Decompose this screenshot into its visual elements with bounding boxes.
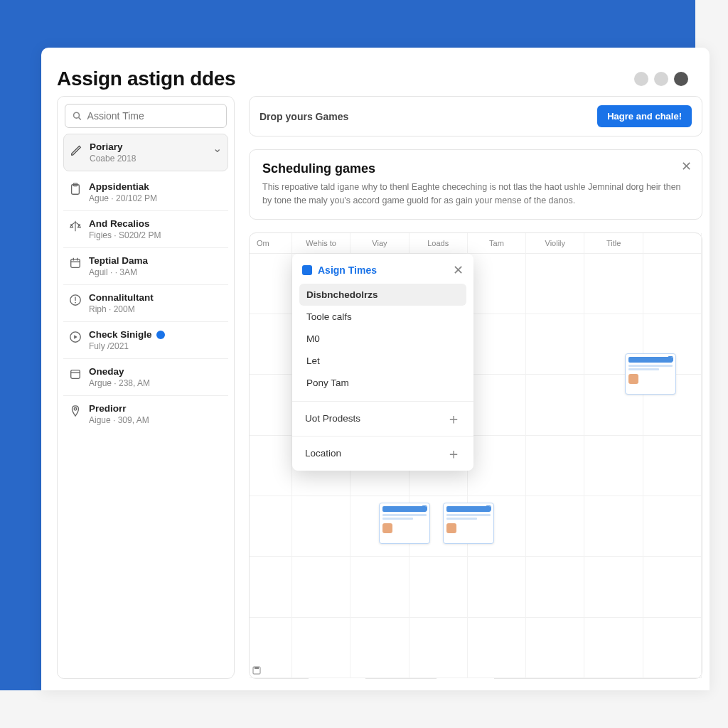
balance-icon [69,220,82,232]
svg-point-14 [74,408,77,411]
calendar-icon [69,368,82,380]
primary-action-button[interactable]: Hagre and chale! [597,105,692,127]
sidebar-item-check[interactable]: Check Sinigle Fuly /2021 [63,322,228,359]
popup-option[interactable]: Disbnchedolrzs [299,284,466,306]
sidebar-item-label: And Recalios [89,218,223,229]
avatar-icon [628,374,638,384]
sidebar-item-label: Poriary [90,141,205,152]
cal-head-cell: Om [250,233,292,254]
popup-title: Asign Times [302,264,377,276]
sidebar-item-sub: Argue · 238, AM [89,378,223,388]
sidebar-item-sub: Aguil · · 3AM [89,267,223,277]
sidebar-item-teptial[interactable]: Teptial Dama Aguil · · 3AM [63,248,228,285]
chevron-down-icon: ⌄ [213,141,222,155]
sidebar-item-connali[interactable]: Connalitultant Riph · 200M [63,285,228,322]
sidebar-item-sub: Ague · 20/102 PM [89,193,223,203]
app-window: Assign astign ddes Poriary Coabe 2018 ⌄ [41,48,710,690]
cal-head-cell: Title [584,233,643,254]
svg-line-1 [79,117,81,119]
play-circle-icon [69,331,82,343]
avatar-icon [446,523,456,533]
info-body: This repoative tald igane why to thenl E… [262,181,689,208]
avatar-icon[interactable] [674,72,688,86]
calendar-header: Om Wehis to Viay Loads Tam Violily Title [250,233,702,254]
sidebar-item-oneday[interactable]: Oneday Argue · 238, AM [63,359,228,396]
sidebar-item-sub: Coabe 2018 [90,154,205,164]
square-icon [302,265,312,275]
sidebar-item-appsidentiak[interactable]: Appsidentiak Ague · 20/102 PM [63,174,228,211]
cal-head-cell: Wehis to [292,233,350,254]
svg-point-10 [75,302,76,304]
main: Drop yours Games Hagre and chale! Schedu… [249,96,702,679]
cal-head-cell [643,233,702,254]
clipboard-icon [69,183,82,196]
popup-option[interactable]: Let [299,350,466,372]
event-card[interactable] [443,503,494,544]
sidebar-item-label: Connalitultant [89,292,223,303]
popup-option[interactable]: Toole calfs [299,306,466,328]
cal-head-cell: Violily [526,233,584,254]
popup-row-location[interactable]: Location ＋ [292,437,473,471]
topbar-title: Drop yours Games [259,111,348,122]
save-icon [252,666,261,675]
popup-row-label: Uot Prodests [305,413,360,424]
sidebar-item-label: Check Sinigle [89,329,223,340]
calendar: Om Wehis to Viay Loads Tam Violily Title [249,232,702,680]
pin-icon [69,405,82,417]
header-dot-icon[interactable] [654,72,668,86]
popup-row-label: Location [305,448,341,459]
cal-head-cell: Viay [350,233,409,254]
assign-popup: Asign Times ✕ Disbnchedolrzs Toole calfs… [292,254,473,471]
sidebar-item-sub: Figies · S020/2 PM [89,230,223,240]
close-icon[interactable]: ✕ [453,262,464,278]
cal-head-cell: Tam [468,233,526,254]
header-icons [634,72,688,86]
popup-row-prodests[interactable]: Uot Prodests ＋ [292,402,473,437]
sidebar-item-label: Teptial Dama [89,255,223,266]
sidebar-item-label: Appsidentiak [89,181,223,192]
plus-icon[interactable]: ＋ [446,412,461,426]
sidebar-item-sub: Fuly /2021 [89,341,223,351]
svg-rect-16 [255,667,259,669]
header: Assign astign ddes [41,48,710,96]
avatar-icon [382,523,392,533]
sidebar-item-sub: Riph · 200M [89,304,223,314]
info-title: Scheduling games [262,161,689,176]
badge-icon [156,331,165,339]
calendar-icon [69,257,82,269]
popup-option[interactable]: Pony Tam [299,372,466,394]
column-extension [308,678,366,679]
close-icon[interactable]: ✕ [681,160,692,173]
sidebar-item-label: Prediorr [89,403,223,414]
topbar: Drop yours Games Hagre and chale! [249,96,702,136]
sidebar-item-recalios[interactable]: And Recalios Figies · S020/2 PM [63,211,228,248]
svg-point-0 [74,112,80,118]
info-card: Scheduling games This repoative tald iga… [249,149,702,220]
sidebar-item-poriary[interactable]: Poriary Coabe 2018 ⌄ [63,134,228,171]
svg-rect-12 [71,370,80,379]
alert-circle-icon [69,294,82,306]
header-dot-icon[interactable] [634,72,648,86]
sidebar-item-predior[interactable]: Prediorr Aigue · 309, AM [63,396,228,432]
column-extension [436,678,495,679]
popup-option[interactable]: M0 [299,328,466,350]
event-card[interactable] [625,353,676,395]
cal-head-cell: Loads [410,233,468,254]
search-icon [73,111,82,121]
page-title: Assign astign ddes [57,68,235,90]
svg-rect-4 [71,259,80,268]
sidebar-item-sub: Aigue · 309, AM [89,415,223,425]
pencil-icon [70,143,82,156]
plus-icon[interactable]: ＋ [446,446,461,461]
event-card[interactable] [379,503,430,544]
search-input-wrap[interactable] [65,104,227,128]
search-input[interactable] [87,110,219,122]
sidebar: Poriary Coabe 2018 ⌄ Appsidentiak Ague ·… [57,96,235,679]
sidebar-item-label: Oneday [89,366,223,377]
